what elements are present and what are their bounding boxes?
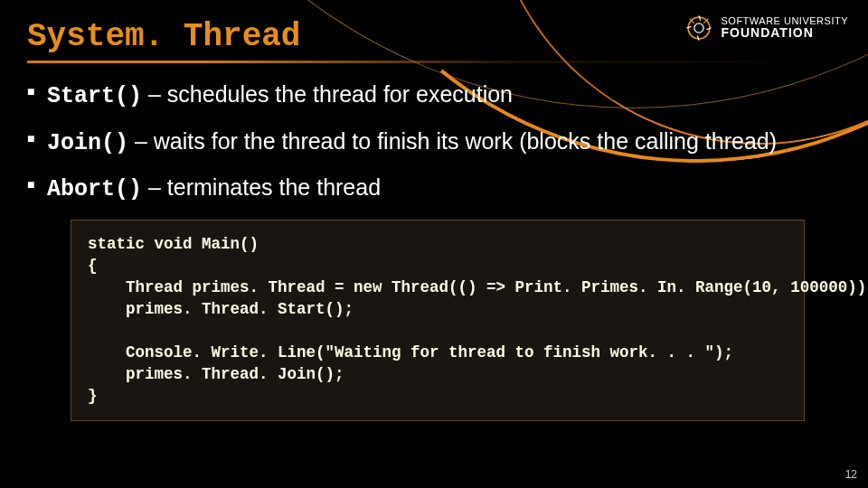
bullet-text: – waits for the thread to finish its wor… <box>128 128 777 154</box>
bullet-item: Join() – waits for the thread to finish … <box>27 127 841 159</box>
bullet-list: Start() – schedules the thread for execu… <box>27 80 841 205</box>
method-name: Start() <box>47 83 142 109</box>
bullet-text: – schedules the thread for execution <box>142 81 513 107</box>
method-name: Abort() <box>47 176 142 202</box>
bullet-item: Abort() – terminates the thread <box>27 173 841 205</box>
title-underline <box>27 61 841 63</box>
brand-logo: SOFTWARE UNIVERSITY FOUNDATION <box>684 13 849 43</box>
lightbulb-gear-icon <box>684 13 714 43</box>
method-name: Join() <box>47 130 128 156</box>
svg-point-1 <box>693 23 703 33</box>
code-block: static void Main() { Thread primes. Thre… <box>71 220 805 421</box>
slide-container: SOFTWARE UNIVERSITY FOUNDATION System. T… <box>0 0 868 488</box>
brand-text: SOFTWARE UNIVERSITY FOUNDATION <box>722 15 849 40</box>
bullet-text: – terminates the thread <box>142 174 381 200</box>
page-number: 12 <box>845 468 857 481</box>
brand-line2: FOUNDATION <box>722 26 849 40</box>
bullet-item: Start() – schedules the thread for execu… <box>27 80 841 112</box>
